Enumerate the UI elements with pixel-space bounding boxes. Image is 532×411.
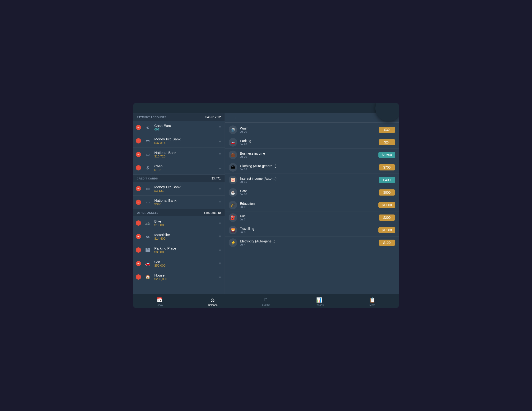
account-name-cash-euro: Cash Euro [154, 124, 218, 128]
transaction-row-parking[interactable]: 🚗 Parking Jul 20 $24 [225, 136, 399, 149]
transaction-date-interest-income: Jul 15 [240, 180, 379, 183]
status-time [137, 105, 138, 108]
account-icon-money-pro-bank-cc: ▭ [143, 184, 152, 193]
account-row-money-pro-bank-1[interactable]: ▭ Money Pro Bank $37,314 ≡ [133, 134, 225, 148]
transaction-name-wash: Wash [240, 126, 379, 130]
transaction-amount-clothing: $700 [379, 164, 395, 171]
transaction-icon-education: 🎓 [228, 201, 237, 209]
delete-button-bike[interactable] [136, 220, 141, 226]
delete-button-motorbike[interactable] [136, 234, 141, 239]
account-row-national-bank-cc[interactable]: ▭ National Bank $340 ≡ [133, 196, 225, 209]
account-icon-motorbike: 🏍 [143, 232, 152, 241]
drag-handle-money-pro-bank-1[interactable]: ≡ [218, 139, 222, 143]
delete-button-cash-euro[interactable] [136, 125, 141, 130]
transaction-row-travelling[interactable]: 🌄 Travelling Jul 5 $1,500 [225, 224, 399, 237]
drag-handle-cash-euro[interactable]: ≡ [218, 125, 222, 130]
transaction-info-fuel: Fuel Jul 7 [240, 214, 379, 221]
account-row-cash[interactable]: $ Cash $132 ≡ [133, 161, 225, 175]
nav-icon-today: 📅 [157, 297, 162, 303]
nav-label-reports: Reports [315, 304, 324, 306]
account-name-money-pro-bank-1: Money Pro Bank [154, 137, 218, 141]
transaction-name-travelling: Travelling [240, 227, 378, 231]
transaction-name-parking: Parking [240, 139, 379, 143]
delete-button-cash[interactable] [136, 165, 141, 171]
delete-button-money-pro-bank-1[interactable] [136, 138, 141, 143]
drag-handle-national-bank-cc[interactable]: ≡ [218, 200, 222, 204]
transaction-row-education[interactable]: 🎓 Education Jul 9 $1,000 [225, 199, 399, 211]
account-row-cash-euro[interactable]: € Cash Euro €97 ≡ [133, 121, 225, 134]
section-header-credit-cards: CREDIT CARDS $3,471 [133, 175, 225, 182]
account-row-car[interactable]: 🚗 Car $50,000 ≡ [133, 257, 225, 270]
transaction-icon-business-income: 💼 [228, 151, 237, 159]
account-name-national-bank-cc: National Bank [154, 198, 218, 202]
transaction-icon-interest-income: 🐷 [228, 176, 237, 184]
nav-item-more[interactable]: 📋 More [346, 296, 399, 307]
account-balance-house: $260,000 [154, 277, 218, 281]
transaction-name-education: Education [240, 202, 378, 206]
account-name-national-bank-1: National Bank [154, 151, 218, 155]
transaction-icon-wash: 🚿 [228, 125, 237, 134]
transaction-date-clothing: Jul 16 [240, 168, 379, 171]
transaction-info-wash: Wash Jul 20 [240, 126, 379, 133]
transaction-date-cafe: Jul 10 [240, 193, 379, 196]
section-label: CREDIT CARDS [137, 177, 158, 180]
transaction-name-electricity: Electricity (Auto-gene...) [240, 239, 379, 243]
drag-handle-motorbike[interactable]: ≡ [218, 234, 222, 239]
section-label: OTHER ASSETS [137, 211, 158, 214]
account-row-motorbike[interactable]: 🏍 Motorbike $14,400 ≡ [133, 230, 225, 243]
account-icon-money-pro-bank-1: ▭ [143, 137, 152, 145]
section-header-other-assets: OTHER ASSETS $403,288.40 [133, 209, 225, 216]
drag-handle-money-pro-bank-cc[interactable]: ≡ [218, 187, 222, 191]
account-row-money-pro-bank-cc[interactable]: ▭ Money Pro Bank $3,131 ≡ [133, 182, 225, 196]
transaction-info-cafe: Cafe Jul 10 [240, 189, 379, 196]
account-row-house[interactable]: 🏠 House $260,000 ≡ [133, 270, 225, 284]
date-range-bar: → [225, 113, 399, 123]
transaction-amount-travelling: $1,500 [378, 227, 395, 233]
delete-button-national-bank-1[interactable] [136, 152, 141, 157]
nav-icon-budget: 🗒 [264, 297, 268, 303]
delete-button-house[interactable] [136, 274, 141, 280]
status-bar [133, 103, 399, 109]
nav-item-budget[interactable]: 🗒 Budget [239, 296, 293, 307]
transaction-row-fuel[interactable]: ⛽ Fuel Jul 7 $200 [225, 211, 399, 224]
transaction-row-business-income[interactable]: 💼 Business income Jul 20 $3,600 [225, 149, 399, 161]
drag-handle-national-bank-1[interactable]: ≡ [218, 152, 222, 156]
transaction-icon-parking: 🚗 [228, 138, 237, 147]
transaction-name-interest-income: Interest income (Auto-...) [240, 177, 379, 180]
drag-handle-parking-place[interactable]: ≡ [218, 248, 222, 252]
transaction-row-interest-income[interactable]: 🐷 Interest income (Auto-...) Jul 15 $400 [225, 174, 399, 186]
nav-item-reports[interactable]: 📊 Reports [293, 296, 346, 307]
drag-handle-cash[interactable]: ≡ [218, 166, 222, 170]
delete-button-parking-place[interactable] [136, 248, 141, 253]
account-row-parking-place[interactable]: 🅿 Parking Place $8,900 ≡ [133, 243, 225, 257]
nav-label-balance: Balance [208, 304, 218, 306]
drag-handle-house[interactable]: ≡ [218, 275, 222, 279]
transaction-row-clothing[interactable]: 🏔 Clothing (Auto-genera...) Jul 16 $700 [225, 161, 399, 174]
transaction-row-wash[interactable]: 🚿 Wash Jul 20 $32 [225, 124, 399, 136]
right-panel: → 🚿 Wash Jul 20 $32 🚗 Parking Jul 20 $24… [225, 113, 399, 294]
transaction-info-business-income: Business income Jul 20 [240, 152, 378, 158]
account-balance-national-bank-1: $10,720 [154, 155, 218, 158]
transaction-row-cafe[interactable]: ☕ Cafe Jul 10 $800 [225, 186, 399, 199]
section-total: $403,288.40 [204, 211, 221, 214]
transaction-row-electricity[interactable]: ⚡ Electricity (Auto-gene...) Jul 4 $120 [225, 237, 399, 249]
transaction-date-business-income: Jul 20 [240, 155, 378, 158]
nav-label-today: Today [156, 304, 163, 306]
account-row-bike[interactable]: 🚲 Bike $1,000 ≡ [133, 216, 225, 230]
transactions-list: 🚿 Wash Jul 20 $32 🚗 Parking Jul 20 $24 💼… [225, 123, 399, 294]
nav-item-today[interactable]: 📅 Today [133, 296, 186, 307]
account-icon-cash-euro: € [143, 123, 152, 132]
account-row-national-bank-1[interactable]: ▭ National Bank $10,720 ≡ [133, 148, 225, 161]
account-balance-money-pro-bank-cc: $3,131 [154, 189, 218, 192]
account-info-motorbike: Motorbike $14,400 [154, 233, 218, 240]
drag-handle-bike[interactable]: ≡ [218, 221, 222, 225]
delete-button-car[interactable] [136, 261, 141, 266]
drag-handle-car[interactable]: ≡ [218, 261, 222, 266]
delete-button-national-bank-cc[interactable] [136, 200, 141, 205]
nav-item-balance[interactable]: ⚖ Balance [186, 296, 239, 307]
transaction-date-parking: Jul 20 [240, 143, 379, 146]
account-name-house: House [154, 273, 218, 277]
transaction-amount-education: $1,000 [378, 202, 395, 208]
account-name-cash: Cash [154, 164, 218, 168]
delete-button-money-pro-bank-cc[interactable] [136, 186, 141, 191]
